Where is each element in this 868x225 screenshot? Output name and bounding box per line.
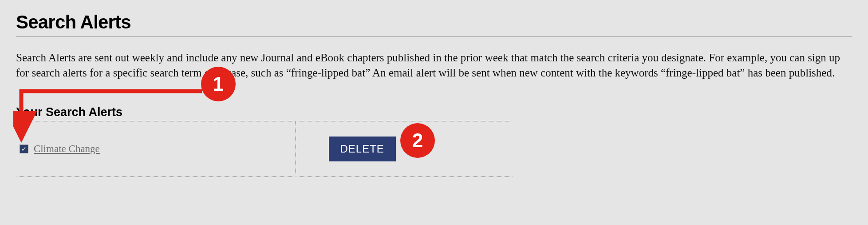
title-divider xyxy=(16,36,852,37)
page-title: Search Alerts xyxy=(16,12,852,33)
alert-checkbox[interactable]: ✓ xyxy=(20,145,28,153)
annotation-badge-1: 1 xyxy=(201,67,236,101)
annotation-badge-2: 2 xyxy=(400,123,435,158)
description-text: Search Alerts are sent out weekly and in… xyxy=(16,50,850,80)
table-row: ✓ Climate Change DELETE xyxy=(16,121,513,177)
alert-cell: ✓ Climate Change xyxy=(16,121,296,177)
alert-link[interactable]: Climate Change xyxy=(34,143,100,155)
section-heading: Your Search Alerts xyxy=(16,105,852,119)
alerts-table: ✓ Climate Change DELETE xyxy=(16,121,513,177)
delete-button[interactable]: DELETE xyxy=(329,137,396,161)
